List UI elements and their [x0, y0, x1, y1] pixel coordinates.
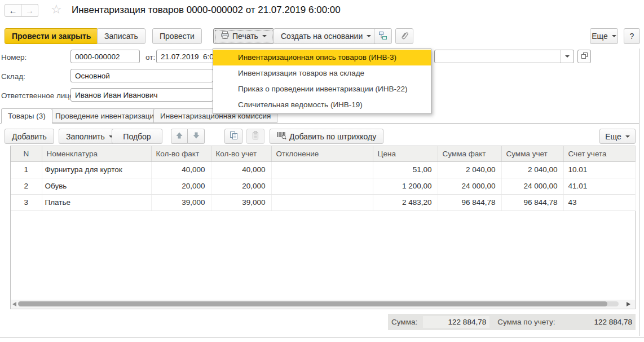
goods-table: N Номенклатура Кол-во факт Кол-во учет О… — [10, 146, 636, 309]
cell-nomenclature[interactable]: Обувь — [42, 178, 151, 194]
help-button[interactable]: ? — [624, 28, 640, 44]
forward-button[interactable]: → — [21, 4, 38, 17]
cell-deviation[interactable] — [271, 178, 373, 194]
scroll-left-button[interactable] — [12, 302, 16, 306]
chevron-down-icon — [367, 35, 371, 37]
number-input[interactable] — [70, 50, 140, 63]
scrollbar-thumb[interactable] — [18, 301, 607, 306]
cell-sum-fact[interactable]: 2 040,00 — [438, 161, 501, 178]
cell-qty-acc[interactable]: 39,000 — [211, 194, 271, 211]
cell-qty-acc[interactable]: 20,000 — [211, 178, 271, 194]
cell-sum-fact[interactable]: 24 000,00 — [438, 178, 501, 194]
row-move-group — [171, 129, 205, 144]
cell-price[interactable]: 51,00 — [373, 161, 438, 178]
horizontal-scrollbar[interactable] — [11, 300, 635, 309]
tab-inventory-process[interactable]: Проведение инвентаризации — [48, 108, 165, 123]
printer-icon — [220, 31, 230, 41]
cell-sum-acc[interactable]: 24 000,00 — [501, 178, 563, 194]
paperclip-icon — [398, 30, 410, 42]
pick-button[interactable]: Подбор — [112, 129, 162, 144]
chevron-down-icon — [262, 35, 267, 37]
cell-deviation[interactable] — [271, 194, 373, 211]
create-based-on-button[interactable]: Создать на основании — [274, 28, 378, 44]
cell-nomenclature[interactable]: Платье — [42, 194, 151, 211]
menu-item-warehouse-inventory[interactable]: Инвентаризация товаров на складе — [213, 65, 431, 81]
combo-open-button[interactable] — [577, 50, 591, 63]
cell-n[interactable]: 2 — [11, 178, 42, 194]
cell-account[interactable]: 10.01 — [563, 161, 635, 178]
move-row-down-button[interactable] — [188, 129, 205, 144]
back-button[interactable]: ← — [5, 4, 21, 17]
col-header-deviation: Отклонение — [271, 146, 373, 161]
add-row-button[interactable]: Добавить — [5, 129, 54, 144]
col-header-qty-fact: Кол-во факт — [151, 146, 211, 161]
scroll-right-button[interactable] — [627, 302, 630, 306]
cell-deviation[interactable] — [271, 161, 373, 178]
responsible-label: Ответственное лицо: — [1, 91, 76, 100]
related-documents-button[interactable] — [374, 28, 392, 44]
cell-sum-acc[interactable]: 2 040,00 — [501, 161, 563, 178]
table-row[interactable]: 2 Обувь 20,000 20,000 1 200,00 24 000,00… — [11, 178, 635, 194]
totals-bar: Сумма: 122 884,78 Сумма по учету: 122 88… — [388, 314, 636, 330]
cell-n[interactable]: 3 — [11, 194, 42, 211]
cell-price[interactable]: 1 200,00 — [373, 178, 438, 194]
cell-sum-fact[interactable]: 96 844,78 — [438, 194, 501, 211]
tab-goods[interactable]: Товары (3) — [1, 108, 52, 124]
menu-item-inv3[interactable]: Инвентаризационная опись товаров (ИНВ-3) — [213, 50, 431, 65]
menu-item-inv22[interactable]: Приказ о проведении инвентаризации (ИНВ-… — [213, 81, 431, 97]
page-title: Инвентаризация товаров 0000-000002 от 21… — [72, 5, 341, 16]
copy-row-button[interactable] — [224, 129, 242, 144]
attachments-button[interactable] — [395, 28, 413, 44]
col-header-n: N — [11, 146, 42, 161]
favorite-star-icon[interactable]: ☆ — [51, 2, 62, 17]
cell-qty-fact[interactable]: 20,000 — [151, 178, 211, 194]
open-in-window-icon — [581, 52, 588, 61]
post-and-close-button[interactable]: Провести и закрыть — [5, 28, 98, 44]
move-row-up-button[interactable] — [171, 129, 188, 144]
more-button-top[interactable]: Еще — [590, 28, 618, 44]
paste-row-button[interactable] — [246, 129, 264, 144]
responsible-input[interactable] — [70, 88, 213, 102]
copy-icon — [230, 131, 238, 142]
paste-icon — [252, 131, 259, 142]
table-row[interactable]: 1 Фурнитура для курток 40,000 40,000 51,… — [11, 161, 635, 178]
arrow-up-icon — [175, 131, 183, 141]
cell-sum-acc[interactable]: 96 844,78 — [501, 194, 563, 211]
date-label: от: — [145, 53, 155, 62]
table-header-row: N Номенклатура Кол-во факт Кол-во учет О… — [11, 146, 635, 161]
tabbar-divider — [0, 123, 639, 124]
more-button-table[interactable]: Еще — [599, 129, 636, 144]
cell-price[interactable]: 2 483,20 — [373, 194, 438, 211]
post-button[interactable]: Провести — [152, 28, 202, 44]
print-button[interactable]: Печать — [213, 28, 274, 44]
col-header-sum-acc: Сумма учет — [501, 146, 563, 161]
cell-qty-fact[interactable]: 39,000 — [151, 194, 211, 211]
print-dropdown-menu: Инвентаризационная опись товаров (ИНВ-3)… — [213, 49, 431, 114]
cell-qty-fact[interactable]: 40,000 — [151, 161, 211, 178]
cell-account[interactable]: 41.01 — [563, 178, 635, 194]
window-bottom-border — [0, 337, 644, 337]
col-header-sum-fact: Сумма факт — [438, 146, 501, 161]
warehouse-input[interactable] — [70, 69, 213, 82]
sum-label: Сумма: — [391, 318, 417, 326]
arrow-down-icon — [192, 131, 200, 141]
table-row[interactable]: 3 Платье 39,000 39,000 2 483,20 96 844,7… — [11, 194, 635, 211]
inventory-document-window: ← → ☆ Инвентаризация товаров 0000-000002… — [0, 0, 644, 342]
cell-n[interactable]: 1 — [11, 161, 42, 178]
back-arrow-icon: ← — [9, 6, 17, 15]
number-label: Номер: — [1, 53, 27, 62]
chevron-down-icon — [625, 135, 630, 138]
combo-dropdown-button[interactable] — [561, 50, 574, 63]
col-header-price: Цена — [373, 146, 438, 161]
history-nav: ← → — [5, 4, 38, 17]
document-structure-icon — [378, 31, 387, 42]
cell-nomenclature[interactable]: Фурнитура для курток — [42, 161, 151, 178]
add-by-barcode-button[interactable]: Добавить по штрихкоду — [270, 129, 383, 144]
cell-qty-acc[interactable]: 40,000 — [211, 161, 271, 178]
save-button[interactable]: Записать — [97, 28, 145, 44]
menu-item-inv19[interactable]: Сличительная ведомость (ИНВ-19) — [213, 97, 431, 113]
combo-input[interactable] — [435, 50, 561, 63]
vertical-scrollbar[interactable] — [639, 49, 639, 336]
cell-account[interactable]: 43 — [563, 194, 635, 211]
sum-by-account-label: Сумма по учету: — [497, 318, 555, 326]
